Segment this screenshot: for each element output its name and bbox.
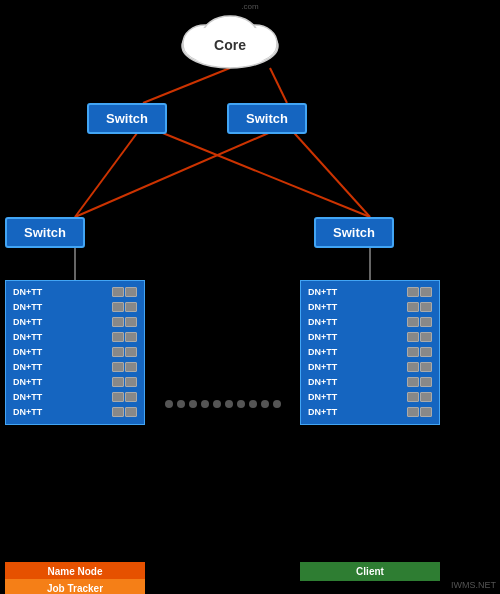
dot-3 — [189, 400, 197, 408]
svg-line-1 — [270, 68, 287, 103]
rack-row-2: DN+TT — [10, 300, 140, 314]
rack-row-r8: DN+TT — [305, 390, 435, 404]
dot-5 — [213, 400, 221, 408]
rack-row-4: DN+TT — [10, 330, 140, 344]
dot-9 — [261, 400, 269, 408]
svg-line-5 — [287, 125, 370, 217]
rack-row-7: DN+TT — [10, 375, 140, 389]
job-tracker-box: Job Tracker — [5, 579, 145, 594]
rack-icon-r7 — [407, 377, 432, 387]
switch-bottom-right: Switch — [314, 217, 394, 248]
rack-icon-4 — [112, 332, 137, 342]
svg-text:Core: Core — [214, 37, 246, 53]
svg-line-3 — [143, 125, 370, 217]
rack-icon-r1 — [407, 287, 432, 297]
rack-row-r6: DN+TT — [305, 360, 435, 374]
dot-4 — [201, 400, 209, 408]
left-rack-panel: DN+TT DN+TT DN+TT DN+TT — [5, 280, 145, 425]
dot-8 — [249, 400, 257, 408]
dot-10 — [273, 400, 281, 408]
switch-top-right: Switch — [227, 103, 307, 134]
dot-6 — [225, 400, 233, 408]
rack-icon-r6 — [407, 362, 432, 372]
rack-icon-2 — [112, 302, 137, 312]
rack-icon-r5 — [407, 347, 432, 357]
svg-line-2 — [75, 125, 143, 217]
rack-row-r3: DN+TT — [305, 315, 435, 329]
rack-row-r5: DN+TT — [305, 345, 435, 359]
rack-row-r4: DN+TT — [305, 330, 435, 344]
client-box: Client — [300, 562, 440, 581]
rack-row-8: DN+TT — [10, 390, 140, 404]
svg-line-0 — [143, 68, 230, 103]
rack-icon-r8 — [407, 392, 432, 402]
rack-row-5: DN+TT — [10, 345, 140, 359]
right-rack-panel: DN+TT DN+TT DN+TT DN+TT — [300, 280, 440, 425]
rack-icon-r4 — [407, 332, 432, 342]
rack-row-1: DN+TT — [10, 285, 140, 299]
rack-row-9: DN+TT — [10, 405, 140, 419]
switch-top-left: Switch — [87, 103, 167, 134]
rack-row-r9: DN+TT — [305, 405, 435, 419]
rack-icon-5 — [112, 347, 137, 357]
rack-row-r1: DN+TT — [305, 285, 435, 299]
dot-1 — [165, 400, 173, 408]
rack-icon-1 — [112, 287, 137, 297]
dot-7 — [237, 400, 245, 408]
rack-icon-3 — [112, 317, 137, 327]
rack-icon-6 — [112, 362, 137, 372]
rack-icon-r2 — [407, 302, 432, 312]
watermark: IWMS.NET — [451, 580, 496, 590]
rack-icon-8 — [112, 392, 137, 402]
rack-icon-r3 — [407, 317, 432, 327]
rack-row-3: DN+TT — [10, 315, 140, 329]
cloud-node: Core — [170, 8, 290, 73]
dots-container — [165, 400, 281, 408]
switch-bottom-left: Switch — [5, 217, 85, 248]
rack-row-r7: DN+TT — [305, 375, 435, 389]
svg-line-4 — [75, 125, 287, 217]
rack-icon-7 — [112, 377, 137, 387]
watermark-top: .com — [241, 2, 258, 11]
rack-row-6: DN+TT — [10, 360, 140, 374]
dot-2 — [177, 400, 185, 408]
rack-icon-r9 — [407, 407, 432, 417]
diagram-container: Core Switch Switch Switch Switch DN+TT D… — [0, 0, 500, 594]
rack-icon-9 — [112, 407, 137, 417]
cloud-svg: Core — [170, 8, 290, 73]
rack-row-r2: DN+TT — [305, 300, 435, 314]
